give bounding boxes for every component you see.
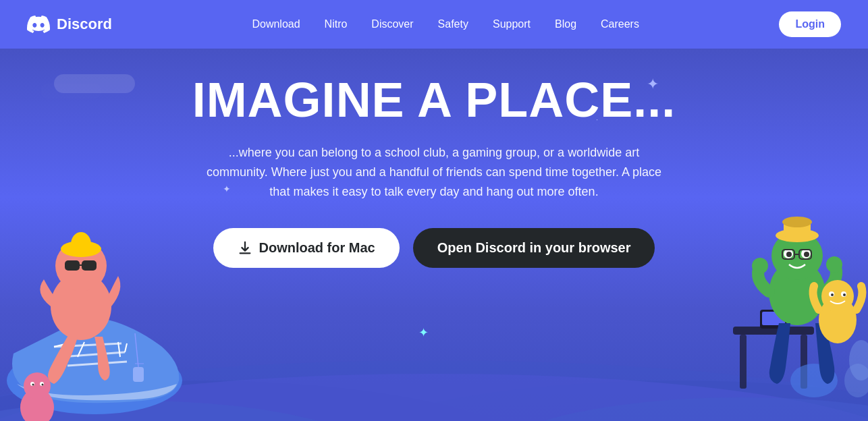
discord-logo-icon [27, 13, 50, 36]
svg-point-58 [844, 364, 868, 397]
login-button[interactable]: Login [779, 11, 841, 37]
svg-point-41 [782, 217, 812, 227]
nav-link-safety[interactable]: Safety [438, 18, 468, 30]
svg-point-56 [843, 293, 846, 296]
svg-rect-32 [740, 335, 747, 389]
download-icon [238, 241, 252, 256]
hero-subtitle: ...where you can belong to a school club… [205, 143, 663, 201]
svg-point-23 [24, 372, 51, 399]
nav-link-nitro[interactable]: Nitro [325, 18, 348, 30]
nav-links: Download Nitro Discover Safety Support B… [252, 18, 639, 30]
svg-point-55 [831, 293, 834, 296]
sparkle-icon-4: · [596, 116, 598, 123]
open-browser-button[interactable]: Open Discord in your browser [413, 228, 655, 268]
svg-rect-29 [133, 367, 144, 382]
nav-link-download[interactable]: Download [252, 18, 300, 30]
svg-point-26 [32, 384, 34, 386]
navbar: Discord Download Nitro Discover Safety S… [0, 0, 868, 49]
svg-rect-18 [82, 260, 97, 271]
svg-rect-17 [65, 260, 80, 271]
hero-section: ✦ ✦ ✦ · IMAGINE A PLACE... ...where you … [0, 49, 868, 421]
hero-title: IMAGINE A PLACE... [192, 76, 676, 124]
nav-link-discover[interactable]: Discover [371, 18, 413, 30]
svg-point-21 [71, 232, 91, 256]
cloud-decoration-2 [40, 84, 101, 99]
svg-point-45 [804, 252, 809, 257]
svg-point-50 [826, 256, 842, 273]
nav-logo-text: Discord [57, 16, 112, 33]
download-mac-button[interactable]: Download for Mac [213, 228, 400, 268]
nav-link-careers[interactable]: Careers [601, 18, 639, 30]
nav-link-support[interactable]: Support [493, 18, 531, 30]
svg-point-49 [752, 258, 768, 274]
character-left [0, 97, 189, 421]
hero-buttons: Download for Mac Open Discord in your br… [213, 228, 655, 268]
sparkle-icon-1: ✦ [647, 76, 659, 93]
svg-point-52 [821, 280, 854, 312]
nav-logo[interactable]: Discord [27, 13, 112, 36]
character-right [679, 124, 868, 421]
svg-point-44 [786, 252, 792, 257]
nav-link-blog[interactable]: Blog [555, 18, 576, 30]
svg-point-27 [42, 384, 44, 386]
